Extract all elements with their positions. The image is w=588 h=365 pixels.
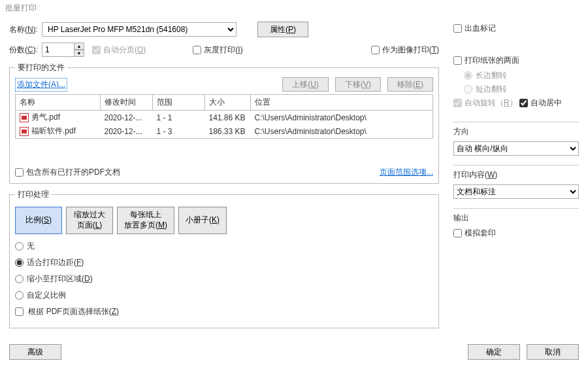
auto-rotate-checkbox bbox=[453, 99, 462, 107]
as-image-label: 作为图像打印(T) bbox=[382, 44, 439, 56]
grayscale-checkbox[interactable] bbox=[193, 46, 201, 54]
auto-rotate-label: 自动旋转（R） bbox=[465, 97, 517, 109]
radio-custom[interactable]: 自定义比例 bbox=[15, 290, 433, 301]
col-range[interactable]: 范围 bbox=[153, 95, 205, 111]
col-name[interactable]: 名称 bbox=[16, 95, 101, 111]
advanced-button[interactable]: 高级 bbox=[9, 344, 61, 360]
orientation-label: 方向 bbox=[453, 126, 579, 137]
bleed-label: 出血标记 bbox=[465, 23, 496, 34]
short-edge-radio: 短边翻转 bbox=[464, 84, 579, 95]
col-size[interactable]: 大小 bbox=[205, 95, 251, 111]
collate-label: 自动分页(O) bbox=[103, 44, 146, 56]
as-image-checkbox[interactable] bbox=[371, 46, 380, 54]
both-sides-checkbox[interactable] bbox=[453, 56, 462, 65]
pdf-icon bbox=[20, 113, 29, 122]
file-table[interactable]: 名称 修改时间 范围 大小 位置 勇气.pdf 2020-12-... 1 - … bbox=[15, 94, 433, 139]
copies-label: 份数(C): bbox=[9, 44, 38, 56]
table-row[interactable]: 福昕软件.pdf 2020-12-... 1 - 3 186.33 KB C:\… bbox=[16, 124, 433, 139]
bleed-checkbox[interactable] bbox=[453, 24, 462, 33]
cancel-button[interactable]: 取消 bbox=[527, 344, 579, 360]
include-open-label: 包含所有已打开的PDF文档 bbox=[26, 167, 120, 178]
move-up-button[interactable]: 上移(U) bbox=[282, 77, 329, 92]
col-mod[interactable]: 修改时间 bbox=[101, 95, 153, 111]
scale-toggle[interactable]: 比例(S) bbox=[15, 207, 62, 234]
auto-center-checkbox[interactable] bbox=[519, 99, 528, 107]
radio-fit[interactable]: 适合打印边距(F) bbox=[15, 257, 433, 268]
both-sides-label: 打印纸张的两面 bbox=[465, 55, 519, 66]
copies-input[interactable] bbox=[42, 43, 74, 57]
simulate-checkbox[interactable] bbox=[453, 229, 462, 237]
content-select[interactable]: 文档和标注 bbox=[453, 184, 579, 199]
add-file-button[interactable]: 添加文件(A)... bbox=[15, 78, 67, 92]
col-loc[interactable]: 位置 bbox=[251, 95, 433, 111]
handling-legend: 打印处理 bbox=[15, 189, 52, 200]
window-title: 批量打印 bbox=[0, 0, 588, 16]
move-down-button[interactable]: 下移(V) bbox=[335, 77, 381, 92]
pdf-icon bbox=[20, 127, 29, 136]
pdf-page-paper-checkbox[interactable] bbox=[15, 307, 24, 316]
radio-shrink[interactable]: 缩小至打印区域(D) bbox=[15, 273, 433, 285]
content-label: 打印内容(W) bbox=[453, 169, 579, 181]
grayscale-label: 灰度打印(I) bbox=[204, 44, 242, 56]
simulate-label: 模拟套印 bbox=[465, 228, 496, 239]
ok-button[interactable]: 确定 bbox=[468, 344, 520, 360]
pdf-page-paper-label: 根据 PDF页面选择纸张(Z) bbox=[28, 307, 119, 316]
multipage-toggle[interactable]: 每张纸上放置多页(M) bbox=[117, 207, 174, 234]
booklet-toggle[interactable]: 小册子(K) bbox=[178, 207, 227, 234]
orientation-select[interactable]: 自动 横向/纵向 bbox=[453, 141, 579, 156]
handling-fieldset: 打印处理 比例(S) 缩放过大页面(L) 每张纸上放置多页(M) 小册子(K) … bbox=[9, 189, 439, 328]
files-legend: 要打印的文件 bbox=[15, 62, 67, 73]
files-fieldset: 要打印的文件 添加文件(A)... 上移(U) 下移(V) 移除(E) 名称 修… bbox=[9, 62, 439, 184]
collate-checkbox bbox=[92, 46, 101, 54]
output-label: 输出 bbox=[453, 213, 579, 224]
copies-up[interactable]: ▲ bbox=[74, 43, 84, 50]
printer-select[interactable]: HP LaserJet Pro MFP M521dn (541608) bbox=[42, 22, 237, 37]
include-open-checkbox[interactable] bbox=[15, 168, 24, 177]
properties-button[interactable]: 属性(P) bbox=[257, 22, 308, 37]
table-row[interactable]: 勇气.pdf 2020-12-... 1 - 1 141.86 KB C:\Us… bbox=[16, 111, 433, 125]
shrink-toggle[interactable]: 缩放过大页面(L) bbox=[66, 207, 113, 234]
auto-center-label: 自动居中 bbox=[531, 97, 562, 109]
remove-button[interactable]: 移除(E) bbox=[387, 77, 433, 92]
radio-none[interactable]: 无 bbox=[15, 241, 433, 252]
printer-name-label: 名称(N): bbox=[9, 24, 38, 35]
copies-down[interactable]: ▼ bbox=[74, 50, 84, 57]
long-edge-radio: 长边翻转 bbox=[464, 70, 579, 81]
range-options-link[interactable]: 页面范围选项... bbox=[380, 167, 433, 178]
